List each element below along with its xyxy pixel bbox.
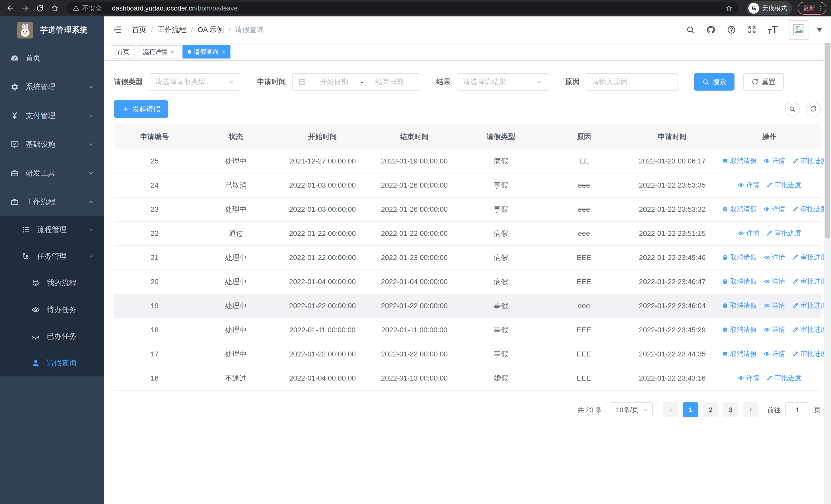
cancel-leave-link[interactable]: 取消请假 [722,253,757,262]
sidebar-item-workflow[interactable]: 工作流程 [0,187,104,216]
table-row: 19处理中2022-01-22 00:00:002022-01-22 00:00… [114,294,821,318]
avatar[interactable] [789,20,808,39]
goto-page-input[interactable] [785,403,809,417]
help-icon[interactable] [727,25,736,34]
detail-link[interactable]: 详情 [764,349,785,358]
breadcrumb-item[interactable]: OA 示例 [198,25,224,35]
page-size-select[interactable]: 10条/页 [610,403,653,417]
cell-id: 16 [114,366,195,390]
sidebar-item-home[interactable]: 首页 [0,44,104,72]
sidebar-item-todo-tasks[interactable]: 待办任务 [0,296,104,323]
avatar-caret-icon[interactable] [816,28,822,32]
detail-link[interactable]: 详情 [764,325,785,334]
sidebar-item-task-mgmt[interactable]: 任务管理 [0,243,104,270]
sidebar-item-done-tasks[interactable]: 已办任务 [0,323,104,350]
cancel-leave-link[interactable]: 取消请假 [722,205,757,213]
bookmark-star-icon[interactable] [725,4,733,12]
browser-menu-icon [817,5,824,11]
breadcrumb-item[interactable]: 工作流程 [157,25,186,35]
tab-close-icon[interactable]: × [170,49,174,55]
browser-back-button[interactable] [5,3,16,14]
progress-link[interactable]: 审批进度 [792,277,827,286]
progress-link[interactable]: 审批进度 [792,325,827,334]
security-warning-icon [73,5,80,12]
cell-reason: EE [542,149,626,173]
detail-link[interactable]: 详情 [764,253,785,262]
sidebar-item-payment[interactable]: 支付管理 [0,101,104,130]
page-button-1[interactable]: 1 [683,403,698,417]
cancel-leave-link[interactable]: 取消请假 [722,277,757,286]
font-size-icon[interactable]: TT [768,25,778,35]
tab-leave-query[interactable]: 请假查询× [182,45,230,59]
cancel-leave-link[interactable]: 取消请假 [722,349,757,358]
table-search-button[interactable] [785,101,800,117]
browser-update-menu-button[interactable]: 更新 [798,2,826,14]
cancel-leave-link[interactable]: 取消请假 [722,301,757,310]
next-page-button[interactable] [743,403,758,417]
action-label: 取消请假 [730,301,757,310]
sidebar-item-infra[interactable]: 基础设施 [0,130,104,159]
leave-type-select[interactable]: 请选择请假类型 [149,73,241,91]
reason-input[interactable] [592,78,672,86]
prev-page-button[interactable] [663,403,678,417]
sidebar-item-devtools[interactable]: 研发工具 [0,159,104,187]
sidebar-item-leave-query[interactable]: 请假查询 [0,350,104,377]
address-bar[interactable]: 不安全 dashboard.yudao.iocoder.cn/bpm/oa/le… [67,2,738,14]
scrollbar-thumb[interactable] [825,18,830,239]
reset-button[interactable]: 重置 [743,73,784,91]
hamburger-icon[interactable] [112,25,123,35]
pen-icon [792,351,799,357]
scrollbar[interactable] [824,17,831,504]
chevron-left-icon [667,407,674,413]
fullscreen-icon[interactable] [747,25,756,34]
progress-link[interactable]: 审批进度 [766,180,801,189]
detail-link[interactable]: 详情 [738,229,760,238]
table-refresh-button[interactable] [806,101,821,117]
end-date-placeholder: 结束日期 [365,77,414,87]
main-area: 首页/工作流程/OA 示例/请假查询 TT 首页流程详情×请假查询× 请假类型 [104,17,831,504]
cell-id: 20 [114,270,195,294]
cell-start_time: 2022-01-11 00:00:00 [277,318,368,342]
cell-apply_time: 2022-01-22 23:49:46 [627,245,718,270]
search-button[interactable]: 搜索 [694,73,735,91]
github-icon[interactable] [706,25,716,34]
progress-link[interactable]: 审批进度 [792,301,827,310]
breadcrumb-item[interactable]: 首页 [132,25,146,35]
detail-link[interactable]: 详情 [738,180,760,189]
result-select[interactable]: 请选择流结果 [457,73,549,91]
cell-leave_type: 事假 [460,173,542,197]
app-logo[interactable]: 芋道管理系统 [0,17,104,44]
detail-link[interactable]: 详情 [764,156,785,165]
page-button-2[interactable]: 2 [703,403,718,417]
create-leave-button[interactable]: 发起请假 [114,100,168,118]
progress-link[interactable]: 审批进度 [792,349,827,358]
tab-home[interactable]: 首页 [112,45,135,59]
chevron-down-icon [227,78,235,86]
browser-forward-button[interactable] [20,3,31,14]
progress-link[interactable]: 审批进度 [792,156,827,165]
detail-link[interactable]: 详情 [738,374,760,382]
tab-process-detail[interactable]: 流程详情× [138,45,179,59]
progress-link[interactable]: 审批进度 [766,229,801,238]
trash-icon [722,351,728,357]
progress-link[interactable]: 审批进度 [792,253,827,262]
sidebar-item-process-mgmt[interactable]: 流程管理 [0,216,104,243]
detail-link[interactable]: 详情 [764,205,785,213]
header-search-icon[interactable] [686,25,695,34]
sidebar-item-my-process[interactable]: 我的流程 [0,270,104,296]
browser-home-button[interactable] [49,3,61,14]
action-label: 审批进度 [775,180,801,189]
cell-id: 21 [114,245,195,270]
sidebar-item-system[interactable]: 系统管理 [0,72,104,101]
cancel-leave-link[interactable]: 取消请假 [722,156,757,165]
tab-close-icon[interactable]: × [222,49,225,55]
progress-link[interactable]: 审批进度 [792,205,827,213]
page-button-3[interactable]: 3 [723,403,738,417]
pagination: 共 23 条 10条/页 123 前往 页 [114,403,821,417]
progress-link[interactable]: 审批进度 [766,374,801,382]
cancel-leave-link[interactable]: 取消请假 [722,325,757,334]
detail-link[interactable]: 详情 [764,277,785,286]
apply-time-range-picker[interactable]: 开始日期 - 结束日期 [292,73,420,91]
browser-reload-button[interactable] [34,3,46,14]
detail-link[interactable]: 详情 [764,301,785,310]
